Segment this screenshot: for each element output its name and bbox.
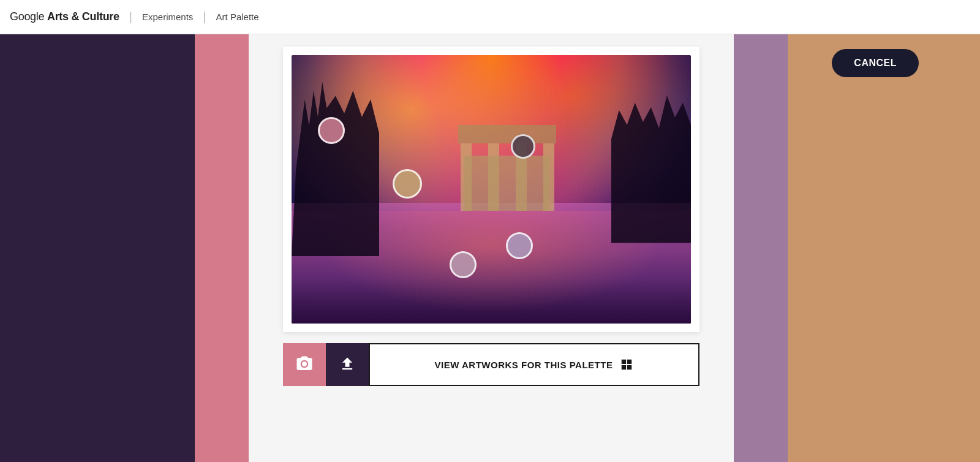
view-artworks-button[interactable]: VIEW ARTWORKS FOR THIS PALETTE bbox=[369, 343, 699, 386]
temple-body bbox=[464, 156, 550, 211]
color-dot-tan[interactable] bbox=[393, 169, 422, 199]
panel-center-pink bbox=[195, 34, 249, 462]
color-dot-dark[interactable] bbox=[511, 134, 535, 159]
camera-icon bbox=[295, 355, 314, 375]
upload-icon bbox=[339, 355, 356, 374]
cancel-button[interactable]: CANCEL bbox=[832, 49, 919, 77]
logo-area: Google Arts & Culture | Experiments | Ar… bbox=[10, 10, 259, 24]
temple-top bbox=[458, 125, 556, 143]
header-divider-2: | bbox=[203, 10, 206, 24]
panel-right-tan bbox=[788, 34, 980, 462]
header-divider-1: | bbox=[129, 10, 132, 24]
logo-text: Google Arts & Culture bbox=[10, 10, 119, 23]
bottom-toolbar: VIEW ARTWORKS FOR THIS PALETTE bbox=[283, 343, 699, 386]
artwork-image bbox=[292, 55, 691, 324]
color-dot-lavender[interactable] bbox=[506, 232, 533, 259]
grid-icon bbox=[620, 358, 633, 371]
share-button[interactable] bbox=[919, 5, 943, 29]
panel-right-muted bbox=[734, 34, 788, 462]
more-options-button[interactable] bbox=[946, 5, 970, 29]
temple-structure bbox=[452, 125, 562, 211]
camera-button[interactable] bbox=[283, 343, 326, 386]
app-header: Google Arts & Culture | Experiments | Ar… bbox=[0, 0, 980, 34]
nav-experiments[interactable]: Experiments bbox=[142, 12, 193, 22]
color-dot-pink[interactable] bbox=[318, 117, 345, 144]
photo-trees-left bbox=[292, 82, 379, 257]
panel-left-dark bbox=[0, 34, 195, 462]
color-dot-mauve[interactable] bbox=[450, 251, 477, 278]
image-wrapper bbox=[283, 47, 699, 332]
nav-art-palette[interactable]: Art Palette bbox=[216, 12, 259, 22]
upload-button[interactable] bbox=[326, 343, 369, 386]
panel-main: VIEW ARTWORKS FOR THIS PALETTE bbox=[249, 34, 734, 462]
bg-layout: VIEW ARTWORKS FOR THIS PALETTE bbox=[0, 34, 980, 462]
view-artworks-label: VIEW ARTWORKS FOR THIS PALETTE bbox=[435, 360, 613, 370]
